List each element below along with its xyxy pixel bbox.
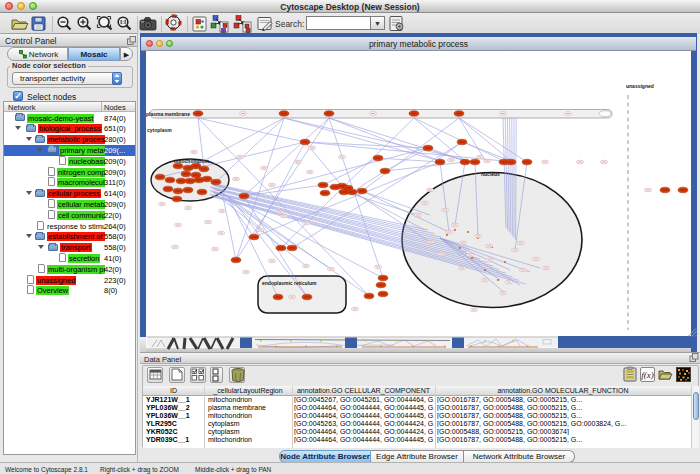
- svg-text:unassigned: unassigned: [626, 83, 654, 89]
- svg-text:nucleus: nucleus: [481, 171, 500, 177]
- svg-text:cytoplasm: cytoplasm: [147, 127, 172, 133]
- svg-text:f(x): f(x): [641, 370, 654, 380]
- svg-text:plasma membrane: plasma membrane: [146, 111, 190, 117]
- svg-text:endoplasmic reticulum: endoplasmic reticulum: [262, 280, 317, 286]
